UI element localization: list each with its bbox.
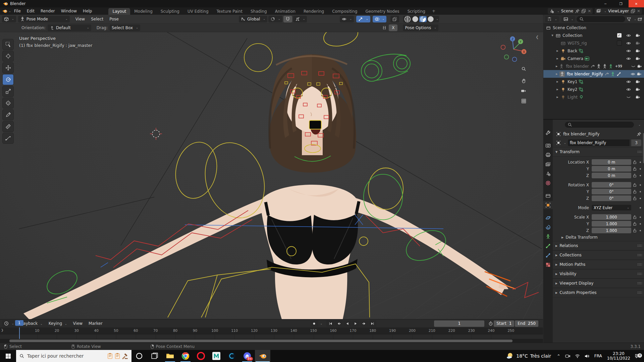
rotation-x-field[interactable]: 0° bbox=[592, 182, 631, 188]
hide-viewport-toggle[interactable] bbox=[625, 56, 633, 61]
location-x-field[interactable]: 0 m bbox=[592, 159, 631, 165]
taskbar-app-chrome[interactable] bbox=[178, 350, 193, 362]
viewlayer-selector[interactable]: ⌄ ViewLayer ✕ bbox=[595, 8, 642, 14]
tool-cursor-button[interactable] bbox=[2, 51, 14, 62]
lock-icon[interactable] bbox=[631, 183, 638, 187]
properties-tab-bone-constraint[interactable] bbox=[543, 251, 553, 259]
zoom-control[interactable] bbox=[519, 64, 529, 74]
tab-shading[interactable]: Shading bbox=[247, 8, 271, 15]
animate-dot[interactable] bbox=[638, 230, 643, 231]
panel-custom-properties[interactable]: ▶Custom Properties bbox=[553, 288, 644, 297]
checkbox-icon[interactable] bbox=[617, 41, 622, 46]
outliner-row-wgts-rig[interactable]: WGTS_rig bbox=[543, 39, 644, 47]
tool-move-button[interactable] bbox=[2, 62, 14, 73]
mode-dropdown[interactable]: XYZ Euler⌄ bbox=[592, 205, 631, 210]
timeline-ruler[interactable]: ❯ 10203040506070809010011012013014015016… bbox=[0, 327, 543, 334]
lock-icon[interactable] bbox=[631, 222, 638, 226]
navigation-gizmo[interactable]: Z Y X bbox=[499, 35, 528, 64]
outliner-row-collection[interactable]: ▼Collection✓ bbox=[543, 32, 644, 39]
xray-toggle[interactable] bbox=[390, 16, 399, 22]
properties-tab-output[interactable] bbox=[543, 150, 553, 159]
animate-dot[interactable] bbox=[638, 168, 643, 170]
properties-tab-texture[interactable] bbox=[543, 260, 553, 269]
hide-viewport-toggle[interactable] bbox=[631, 64, 636, 69]
pose-options-dropdown[interactable]: Pose Options⌄ bbox=[403, 24, 438, 31]
proportional-editing-toggle[interactable] bbox=[283, 16, 292, 22]
hide-viewport-toggle[interactable] bbox=[625, 33, 633, 38]
properties-options-dropdown[interactable]: ⌄ bbox=[638, 123, 641, 126]
z-field[interactable]: 0° bbox=[592, 195, 631, 201]
properties-tab-view-layer[interactable] bbox=[543, 160, 553, 168]
properties-tab-physics[interactable] bbox=[543, 214, 553, 222]
outliner-row-back[interactable]: ▶Back bbox=[543, 47, 644, 55]
duplicate-icon[interactable] bbox=[581, 9, 586, 13]
playhead[interactable] bbox=[19, 327, 20, 339]
new-collection-button[interactable] bbox=[638, 17, 642, 21]
properties-tab-tool[interactable] bbox=[543, 128, 553, 137]
users-count-badge[interactable]: 3 bbox=[631, 139, 641, 146]
drag-dropdown[interactable]: Select Box⌄ bbox=[110, 24, 140, 31]
action-center-icon[interactable]: 4 bbox=[633, 354, 644, 358]
animate-dot[interactable] bbox=[638, 223, 643, 225]
expand-icon[interactable]: ▶ bbox=[555, 65, 558, 68]
clock-widget[interactable]: 23:20 10/11/2022 bbox=[604, 351, 633, 361]
properties-tab-world[interactable] bbox=[543, 179, 553, 187]
checkbox-icon[interactable]: ✓ bbox=[617, 33, 622, 38]
outliner-filter-id-dropdown[interactable]: ⌄ bbox=[561, 16, 576, 22]
play-button[interactable] bbox=[352, 320, 360, 327]
weather-widget[interactable]: 18°C Très clair bbox=[502, 352, 554, 360]
playhead-frame-label[interactable]: 1 bbox=[15, 320, 23, 326]
play-reverse-button[interactable] bbox=[343, 320, 351, 327]
disable-render-toggle[interactable] bbox=[634, 49, 642, 53]
disable-render-toggle[interactable] bbox=[634, 33, 642, 38]
animate-dot[interactable] bbox=[638, 175, 643, 176]
tool-pose-tool-button[interactable] bbox=[2, 133, 14, 144]
scene-selector[interactable]: ⌄ Scene ✕ bbox=[548, 8, 593, 14]
sidebar-chevron[interactable]: ❮ bbox=[536, 35, 539, 39]
outliner-row-light[interactable]: ▶Light bbox=[543, 93, 644, 101]
disable-render-toggle[interactable] bbox=[637, 72, 642, 76]
taskbar-app-cortana[interactable] bbox=[131, 350, 147, 362]
taskbar-search-box[interactable]: Taper ici pour rechercher bbox=[16, 350, 131, 362]
tab-texture-paint[interactable]: Texture Paint bbox=[213, 8, 247, 15]
collapse-icon[interactable]: ▼ bbox=[550, 34, 554, 37]
shading-solid-button[interactable] bbox=[412, 16, 419, 22]
expand-icon[interactable]: ▶ bbox=[555, 73, 558, 75]
jump-to-start-button[interactable] bbox=[326, 320, 334, 327]
lock-icon[interactable] bbox=[631, 196, 638, 200]
ortho-toggle-control[interactable] bbox=[519, 96, 529, 106]
tab-geometry-nodes[interactable]: Geometry Nodes bbox=[361, 8, 403, 15]
jump-to-end-button[interactable] bbox=[368, 320, 376, 327]
mirror-x-toggle[interactable]: X bbox=[389, 24, 397, 31]
taskbar-app-c4d[interactable] bbox=[224, 350, 239, 362]
timeline-scrollbar-thumb[interactable] bbox=[9, 340, 513, 342]
timeline-menu-keying[interactable]: Keying ⌄ bbox=[46, 321, 70, 326]
panel-viewport-display[interactable]: ▶Viewport Display bbox=[553, 279, 644, 288]
keying-dropdown[interactable]: ⌄ bbox=[320, 322, 323, 325]
panel-visibility[interactable]: ▶Visibility bbox=[553, 269, 644, 279]
hide-viewport-toggle[interactable] bbox=[625, 49, 633, 53]
tool-rotate-button[interactable] bbox=[2, 74, 14, 85]
remove-icon[interactable]: ✕ bbox=[637, 9, 640, 13]
show-overlays-toggle[interactable]: ⌄ bbox=[373, 16, 387, 22]
tray-chevron-up[interactable]: ⌃ bbox=[554, 354, 563, 359]
y-field[interactable]: 0° bbox=[592, 189, 631, 194]
hide-viewport-toggle[interactable] bbox=[630, 72, 635, 76]
menu-file[interactable]: File bbox=[11, 9, 24, 13]
panel-relations[interactable]: ▶Relations bbox=[553, 241, 644, 250]
viewport-menu-view[interactable]: View bbox=[72, 17, 88, 21]
taskbar-app-blender[interactable] bbox=[255, 350, 270, 362]
pan-control[interactable] bbox=[519, 76, 529, 86]
volume-icon[interactable] bbox=[582, 354, 592, 358]
disable-render-toggle[interactable] bbox=[634, 56, 642, 61]
tool-transform-button[interactable] bbox=[2, 98, 14, 109]
z-field[interactable]: 0 m bbox=[592, 173, 631, 178]
taskbar-app-explorer[interactable] bbox=[162, 350, 178, 362]
3d-viewport[interactable]: ⌄ Pose Mode ⌄ ViewSelectPose Global⌄ ⌄ bbox=[0, 15, 543, 319]
taskbar-app-task-view[interactable] bbox=[147, 350, 162, 362]
timeline-editor-type-button[interactable]: ⌄ bbox=[2, 320, 16, 327]
panel-motion-paths[interactable]: ▶Motion Paths bbox=[553, 260, 644, 269]
timeline-track-band[interactable] bbox=[0, 334, 543, 339]
animate-dot[interactable] bbox=[638, 162, 643, 163]
hide-viewport-toggle[interactable] bbox=[625, 87, 633, 92]
